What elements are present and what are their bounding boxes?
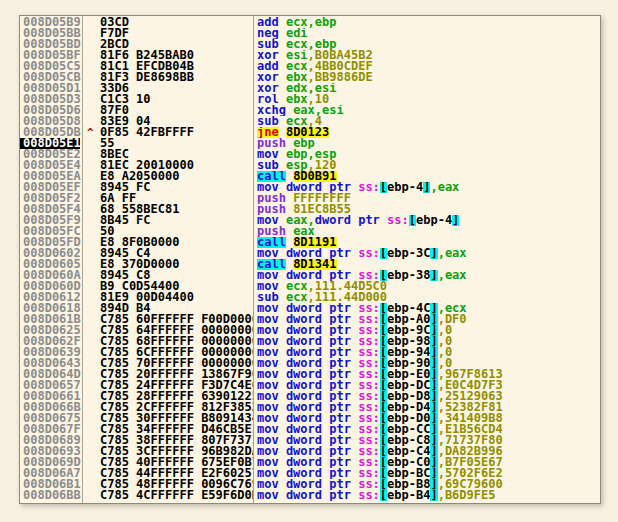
opcode-bytes: 2BCD: [100, 39, 253, 50]
disasm-row[interactable]: 008D05D687F0xchg eax,esi: [20, 105, 600, 116]
disasm-row[interactable]: 008D05E481EC 20010000sub esp,120: [20, 160, 600, 171]
opcode-bytes: C785 3CFFFFFF 96B982DA: [100, 446, 253, 457]
disasm-row[interactable]: 008D05C581C1 EFCDB04Badd ecx,4BB0CDEF: [20, 61, 600, 72]
disasm-row[interactable]: 008D05BF81F6 B245BAB0xor esi,B0BA45B2: [20, 50, 600, 61]
token-br: ]: [430, 391, 437, 402]
token-sg: ss:: [358, 402, 380, 413]
token-br: [: [380, 402, 387, 413]
disasm-row[interactable]: 008D05EF8945 FCmov dword ptr ss:[ebp-4],…: [20, 182, 600, 193]
token-br: ]: [430, 424, 437, 435]
disasm-row[interactable]: 008D061281E9 00D04400sub ecx,111.44D000: [20, 292, 600, 303]
disasm-row[interactable]: 008D05D3C1C3 10rol ebx,10: [20, 94, 600, 105]
disasm-row[interactable]: 008D06BBC785 4CFFFFFF E59F6D0Bmov dword …: [20, 490, 600, 501]
disasm-row[interactable]: 008D05E28BECmov ebp,esp: [20, 149, 600, 160]
token-im: ,0: [438, 325, 452, 336]
disasm-row[interactable]: 008D06A7C785 44FFFFFF E2F60257mov dword …: [20, 468, 600, 479]
instruction-text: call 8D0B91: [257, 171, 600, 182]
disasm-row[interactable]: 008D0657C785 24FFFFFF F3D7C4E0mov dword …: [20, 380, 600, 391]
disasm-row[interactable]: 008D06028945 C4mov dword ptr ss:[ebp-3C]…: [20, 248, 600, 259]
token-sg: ss:: [358, 336, 380, 347]
instruction-text: sub ecx,ebp: [257, 39, 600, 50]
opcode-bytes: C785 64FFFFFF 00000000: [100, 325, 253, 336]
token-mn: mov dword ptr: [257, 490, 358, 501]
token-br: [: [380, 182, 387, 193]
disasm-row[interactable]: 008D061BC785 60FFFFFF F00D0000mov dword …: [20, 314, 600, 325]
token-sg: ss:: [358, 380, 380, 391]
token-br: ]: [430, 358, 437, 369]
disasm-row[interactable]: 008D05D883E9 04sub ecx,4: [20, 116, 600, 127]
token-mn: mov dword ptr: [257, 358, 358, 369]
token-sg: ss:: [358, 413, 380, 424]
disasm-row[interactable]: 008D05DB^0F85 42FBFFFFjne 8D0123: [20, 127, 600, 138]
disasm-row[interactable]: 008D05F98B45 FCmov eax,dword ptr ss:[ebp…: [20, 215, 600, 226]
disasm-row[interactable]: 008D0661C785 28FFFFFF 63901225mov dword …: [20, 391, 600, 402]
disasm-row[interactable]: 008D064DC785 20FFFFFF 13867F96mov dword …: [20, 369, 600, 380]
instruction-text: mov dword ptr ss:[ebp-D4],52382F81: [257, 402, 600, 413]
token-rg: ecx,ebp: [286, 39, 337, 50]
disasm-row[interactable]: 008D05F26A FFpush FFFFFFFF: [20, 193, 600, 204]
disasm-row[interactable]: 008D066BC785 2CFFFFFF 812F3852mov dword …: [20, 402, 600, 413]
instruction-text: mov dword ptr ss:[ebp-E0],967F8613: [257, 369, 600, 380]
token-br: [: [380, 369, 387, 380]
disasm-row[interactable]: 008D060DB9 C0D54400mov ecx,111.44D5C0: [20, 281, 600, 292]
instruction-text: push 81EC8B55: [257, 204, 600, 215]
disasm-row[interactable]: 008D05FC50push eax: [20, 226, 600, 237]
disasm-row[interactable]: 008D05D133D6xor edx,esi: [20, 83, 600, 94]
disasm-row[interactable]: 008D069DC785 40FFFFFF 675EF0B7mov dword …: [20, 457, 600, 468]
token-im: ,B6D9FE5: [438, 490, 496, 501]
disasm-row[interactable]: 008D0605E8 370D0000call 8D1341: [20, 259, 600, 270]
disasm-row[interactable]: 008D0643C785 70FFFFFF 00000000mov dword …: [20, 358, 600, 369]
token-mn: mov dword ptr: [257, 435, 358, 446]
disasm-row[interactable]: 008D06B1C785 48FFFFFF 0096C769mov dword …: [20, 479, 600, 490]
instruction-text: mov ecx,111.44D5C0: [257, 281, 600, 292]
token-mn: mov dword ptr: [257, 457, 358, 468]
disasm-row[interactable]: 008D05BD2BCDsub ecx,ebp: [20, 39, 600, 50]
opcode-bytes: 83E9 04: [100, 116, 253, 127]
token-mn: mov dword ptr: [257, 402, 358, 413]
token-rg: eax,: [286, 215, 315, 226]
disasm-row[interactable]: 008D0618894D B4mov dword ptr ss:[ebp-4C]…: [20, 303, 600, 314]
token-sg: ss:: [358, 391, 380, 402]
instruction-text: mov dword ptr ss:[ebp-BC],5702F6E2: [257, 468, 600, 479]
disasm-row[interactable]: 008D05E155push ebp: [20, 138, 600, 149]
disasm-row[interactable]: 008D05BBF7DFneg edi: [20, 28, 600, 39]
token-rg: ,eax: [438, 248, 467, 259]
token-rg: ,eax: [430, 182, 459, 193]
token-im: 81EC8B55: [293, 204, 351, 215]
token-sg: ss:: [358, 182, 380, 193]
jump-up-arrow-icon: ^: [87, 127, 94, 138]
disasm-row[interactable]: 008D0625C785 64FFFFFF 00000000mov dword …: [20, 325, 600, 336]
instruction-text: push FFFFFFFF: [257, 193, 600, 204]
disasm-row[interactable]: 008D0675C785 30FFFFFF B8091434mov dword …: [20, 413, 600, 424]
token-mn: add: [257, 17, 286, 28]
token-br: ]: [430, 314, 437, 325]
disasm-row[interactable]: 008D067FC785 34FFFFFF D46CB5E1mov dword …: [20, 424, 600, 435]
token-br: [: [380, 325, 387, 336]
disasm-row[interactable]: 008D05CB81F3 DE8698BBxor ebx,BB9886DE: [20, 72, 600, 83]
disasm-row[interactable]: 008D0693C785 3CFFFFFF 96B982DAmov dword …: [20, 446, 600, 457]
disasm-row[interactable]: 008D05EAE8 A2050000call 8D0B91: [20, 171, 600, 182]
disasm-row[interactable]: 008D062FC785 68FFFFFF 00000000mov dword …: [20, 336, 600, 347]
disasm-row[interactable]: 008D05B903CDadd ecx,ebp: [20, 17, 600, 28]
instruction-text: mov dword ptr ss:[ebp-C4],DA82B996: [257, 446, 600, 457]
token-br: [: [380, 391, 387, 402]
token-im: ,B7F05E67: [438, 457, 503, 468]
token-sg: ss:: [358, 457, 380, 468]
token-br: ]: [430, 270, 437, 281]
token-mn: mov dword ptr: [257, 391, 358, 402]
token-im: ,0: [438, 358, 452, 369]
token-pl: ebp-D8: [387, 391, 430, 402]
token-pl: ebp-C4: [387, 446, 430, 457]
token-br: [: [380, 314, 387, 325]
token-mn: mov dword ptr: [257, 468, 358, 479]
disasm-row[interactable]: 008D05FDE8 8F0B0000call 8D1191: [20, 237, 600, 248]
token-br: ]: [430, 336, 437, 347]
token-mn: mov dword ptr: [257, 446, 358, 457]
disasm-row[interactable]: 008D0689C785 38FFFFFF 807F7371mov dword …: [20, 435, 600, 446]
disasm-row[interactable]: 008D05F468 558BEC81push 81EC8B55: [20, 204, 600, 215]
disasm-row[interactable]: 008D060A8945 C8mov dword ptr ss:[ebp-38]…: [20, 270, 600, 281]
disasm-row[interactable]: 008D0639C785 6CFFFFFF 00000000mov dword …: [20, 347, 600, 358]
token-ty: 8D0B91: [293, 171, 336, 182]
token-sg: ss:: [358, 325, 380, 336]
opcode-bytes: 81EC 20010000: [100, 160, 253, 171]
